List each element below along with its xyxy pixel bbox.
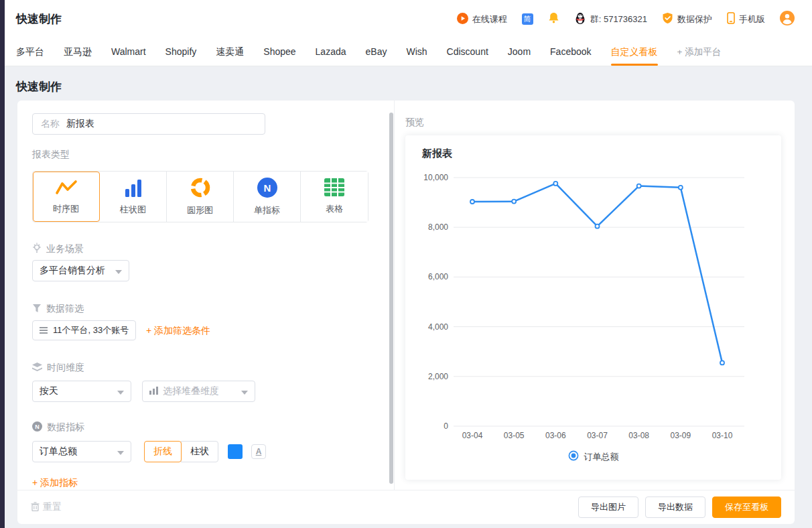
svg-text:0: 0 [444, 421, 448, 431]
layers-icon [32, 362, 42, 374]
tab-Joom[interactable]: Joom [508, 38, 531, 66]
export-image-button[interactable]: 导出图片 [578, 497, 638, 518]
preview-label: 预览 [405, 117, 424, 129]
header-actions: 在线课程 简 群: 571736321 [457, 11, 795, 27]
play-circle-icon [457, 13, 468, 26]
report-name-label: 名称 [41, 118, 60, 130]
time-granularity-select[interactable]: 按天 [32, 381, 131, 402]
platform-account-filter[interactable]: 11个平台, 33个账号 [32, 320, 136, 340]
ncircle-icon: N [257, 178, 277, 200]
online-course-link[interactable]: 在线课程 [457, 13, 507, 26]
chevron-down-icon [117, 446, 124, 457]
svg-text:8,000: 8,000 [428, 222, 448, 232]
export-data-button[interactable]: 导出数据 [645, 497, 705, 518]
svg-text:6,000: 6,000 [428, 272, 448, 281]
platform-tabbar: 多平台亚马逊WalmartShopify速卖通ShopeeLazadaeBayW… [5, 38, 812, 66]
bulb-icon [32, 243, 42, 255]
metric-circle-icon: N [32, 421, 42, 434]
report-name-input[interactable]: 名称 新报表 [32, 113, 265, 135]
avatar-icon [780, 11, 795, 27]
reset-button[interactable]: 重置 [31, 501, 62, 513]
svg-text:N: N [35, 423, 40, 430]
qq-penguin-icon [574, 12, 586, 27]
donut-icon [190, 178, 210, 200]
svg-text:03-09: 03-09 [670, 431, 691, 440]
stack-dimension-select[interactable]: 选择堆叠维度 [142, 381, 255, 402]
filter-section-label: 数据筛选 [32, 303, 84, 315]
app-title: 快速制作 [16, 11, 62, 27]
report-name-value: 新报表 [66, 118, 94, 130]
tab-自定义看板[interactable]: 自定义看板 [611, 38, 658, 66]
timeseries-icon [55, 179, 78, 199]
notification-bell[interactable] [548, 12, 559, 26]
chevron-down-icon [241, 386, 248, 397]
bar-style-button[interactable]: 柱状 [181, 441, 218, 462]
report-type-table[interactable]: 表格 [301, 172, 368, 222]
legend-radio-icon [568, 450, 579, 463]
svg-text:4,000: 4,000 [428, 322, 448, 332]
report-type-donut[interactable]: 圆形图 [167, 172, 234, 222]
chevron-down-icon [115, 265, 122, 276]
scenario-section-label: 业务场景 [32, 243, 84, 255]
metric-select[interactable]: 订单总额 [32, 441, 131, 462]
phone-icon [727, 12, 735, 26]
list-icon [40, 326, 48, 336]
tab-多平台[interactable]: 多平台 [16, 38, 44, 66]
line-chart: 02,0004,0006,0008,00010,00003-0403-0503-… [405, 135, 781, 480]
tab-+ 添加平台[interactable]: + 添加平台 [677, 38, 722, 66]
scenario-select[interactable]: 多平台销售分析 [32, 260, 129, 281]
report-type-timeseries[interactable]: 时序图 [33, 172, 100, 222]
svg-text:2,000: 2,000 [428, 372, 448, 381]
funnel-icon [32, 304, 42, 315]
action-bar: 重置 导出图片 导出数据 保存至看板 [17, 490, 795, 524]
panel-divider [394, 101, 395, 490]
form-scrollbar[interactable] [389, 113, 393, 484]
svg-text:03-10: 03-10 [712, 431, 733, 440]
tab-eBay[interactable]: eBay [366, 38, 387, 66]
metric-font-style-button[interactable]: A [251, 444, 266, 459]
tab-Facebook[interactable]: Facebook [550, 38, 591, 66]
report-type-bars[interactable]: 柱状图 [100, 172, 167, 222]
tab-Shopify[interactable]: Shopify [165, 38, 197, 66]
bell-icon [548, 12, 559, 26]
save-to-dashboard-button[interactable]: 保存至看板 [712, 497, 781, 518]
mobile-version-link[interactable]: 手机版 [727, 12, 765, 26]
svg-text:03-08: 03-08 [628, 431, 649, 440]
language-badge[interactable]: 简 [522, 13, 533, 25]
tab-Walmart[interactable]: Walmart [111, 38, 146, 66]
mini-bars-icon [149, 386, 158, 397]
add-metric-link[interactable]: + 添加指标 [32, 477, 78, 489]
line-style-button[interactable]: 折线 [144, 441, 182, 462]
collapsed-sidebar-strip [0, 0, 5, 528]
metric-section-label: N 数据指标 [32, 421, 84, 434]
svg-text:03-07: 03-07 [587, 431, 608, 440]
metric-color-swatch[interactable] [228, 444, 243, 459]
user-avatar[interactable] [780, 11, 795, 27]
table-icon [324, 178, 344, 199]
chart-legend[interactable]: 订单总额 [405, 450, 781, 463]
tab-Lazada[interactable]: Lazada [316, 38, 346, 66]
metric-style-toggle: 折线 柱状 [144, 441, 218, 462]
report-type-ncircle[interactable]: N单指标 [234, 172, 301, 222]
tab-Shopee[interactable]: Shopee [263, 38, 295, 66]
page-title: 快速制作 [16, 79, 62, 94]
chevron-down-icon [117, 386, 124, 397]
qq-group[interactable]: 群: 571736321 [574, 12, 647, 27]
preview-chart-card: 新报表 02,0004,0006,0008,00010,00003-0403-0… [405, 135, 781, 480]
top-header: 快速制作 在线课程 简 [5, 0, 812, 38]
tab-亚马逊[interactable]: 亚马逊 [64, 38, 92, 66]
svg-text:03-06: 03-06 [545, 431, 566, 440]
tab-Cdiscount[interactable]: Cdiscount [447, 38, 488, 66]
bars-icon [124, 178, 143, 200]
svg-text:03-05: 03-05 [504, 431, 525, 440]
trash-icon [31, 502, 40, 513]
time-dimension-section-label: 时间维度 [32, 362, 84, 374]
tab-速卖通[interactable]: 速卖通 [216, 38, 244, 66]
data-protection-link[interactable]: 数据保护 [662, 12, 712, 26]
shield-check-icon [662, 12, 673, 26]
add-filter-link[interactable]: + 添加筛选条件 [146, 325, 210, 337]
svg-text:10,000: 10,000 [423, 173, 448, 182]
tab-Wish[interactable]: Wish [406, 38, 427, 66]
report-type-selector: 时序图柱状图圆形图N单指标表格 [32, 171, 368, 222]
svg-text:N: N [263, 182, 271, 193]
